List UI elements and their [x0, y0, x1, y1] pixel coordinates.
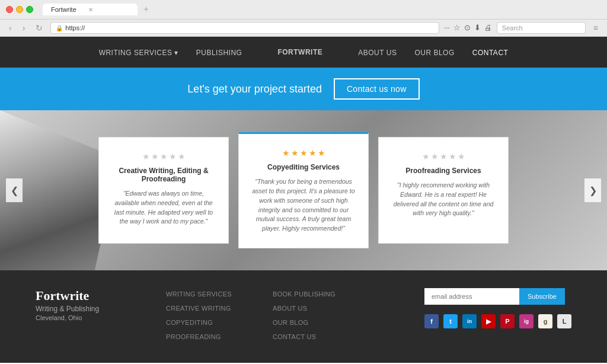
browser-titlebar: Fortwrite ✕ +	[0, 0, 607, 20]
linkedin-icon[interactable]: in	[462, 314, 477, 328]
star-1: ★	[422, 152, 430, 162]
footer-col-2: BOOK PUBLISHING ABOUT US OUR BLOG CONTAC…	[273, 288, 344, 345]
footer-subscribe: Subscribe f t in ▶ P ig g L	[424, 288, 571, 328]
star-5: ★	[458, 152, 465, 162]
site-footer: Fortwrite Writing & Publishing Cleveland…	[0, 270, 607, 363]
search-box[interactable]: Search	[497, 22, 586, 34]
facebook-icon[interactable]: f	[424, 314, 439, 328]
website: WRITING SERVICES ▾ PUBLISHING Fortwrite …	[0, 37, 607, 364]
star-1: ★	[142, 152, 150, 162]
review-stars: ★ ★ ★ ★ ★	[422, 152, 465, 162]
star-2: ★	[151, 152, 159, 162]
contact-us-now-button[interactable]: Contact us now	[334, 78, 420, 100]
hero-section: ❮ ★ ★ ★ ★ ★ Creative Writing, Editing & …	[0, 110, 607, 270]
star-4: ★	[309, 148, 317, 158]
review-stars: ★ ★ ★ ★ ★	[282, 148, 325, 158]
refresh-button[interactable]: ↻	[33, 22, 46, 34]
review-text: "Thank you for being a tremendous asset …	[251, 177, 356, 234]
forward-button[interactable]: ›	[20, 22, 28, 34]
lock-icon: 🔒	[56, 25, 63, 31]
review-stars: ★ ★ ★ ★ ★	[142, 152, 186, 162]
star-3: ★	[440, 152, 448, 162]
close-button[interactable]	[6, 6, 13, 13]
footer-link-our-blog[interactable]: OUR BLOG	[273, 319, 308, 326]
tab-title: Fortwrite	[51, 6, 76, 13]
traffic-lights	[6, 6, 33, 13]
twitter-icon[interactable]: t	[443, 314, 458, 328]
download-icon[interactable]: ⬇	[474, 23, 481, 33]
address-bar[interactable]: 🔒 https://	[50, 22, 439, 34]
review-card: ★ ★ ★ ★ ★ Proofreading Services "I highl…	[378, 137, 509, 244]
dropdown-arrow-icon: ▾	[172, 49, 178, 57]
star-1: ★	[282, 148, 290, 158]
footer-link-writing-services[interactable]: WRITING SERVICES	[166, 290, 232, 298]
star-4: ★	[449, 152, 456, 162]
social-icons: f t in ▶ P ig g L	[424, 314, 571, 328]
librarything-icon[interactable]: L	[557, 314, 571, 328]
subscribe-form: Subscribe	[424, 288, 571, 305]
footer-brand: Fortwrite Writing & Publishing Cleveland…	[36, 288, 130, 321]
browser-chrome: Fortwrite ✕ + ‹ › ↻ 🔒 https:// ··· ☆ ⊙ ⬇…	[0, 0, 607, 37]
site-logo[interactable]: Fortwrite	[277, 48, 322, 56]
star-3: ★	[300, 148, 308, 158]
youtube-icon[interactable]: ▶	[481, 314, 496, 328]
footer-link-contact-us[interactable]: CONTACT US	[273, 333, 317, 340]
review-text: "Edward was always on time, available wh…	[111, 189, 216, 226]
print-icon[interactable]: 🖨	[484, 23, 492, 33]
star-3: ★	[160, 152, 168, 162]
review-title: Creative Writing, Editing & Proofreading	[111, 167, 216, 183]
email-input[interactable]	[424, 288, 519, 305]
review-title: Proofreading Services	[405, 167, 481, 175]
instagram-icon[interactable]: ig	[519, 314, 533, 328]
footer-links-1: WRITING SERVICES CREATIVE WRITING COPYED…	[166, 288, 237, 341]
star-5: ★	[318, 148, 325, 158]
url-text: https://	[65, 24, 85, 31]
review-title: Copyediting Services	[267, 163, 340, 171]
footer-link-book-publishing[interactable]: BOOK PUBLISHING	[273, 290, 336, 298]
star-4: ★	[169, 152, 177, 162]
goodreads-icon[interactable]: g	[538, 314, 552, 328]
footer-location: Cleveland, Ohio	[36, 314, 130, 321]
nav-our-blog[interactable]: OUR BLOG	[414, 49, 454, 57]
star-5: ★	[178, 152, 186, 162]
new-tab-button[interactable]: +	[143, 4, 149, 15]
nav-writing-services[interactable]: WRITING SERVICES ▾	[99, 49, 178, 57]
nav-about-us[interactable]: ABOUT US	[358, 49, 397, 57]
tab-close-icon[interactable]: ✕	[88, 7, 93, 13]
footer-col-1: WRITING SERVICES CREATIVE WRITING COPYED…	[166, 288, 237, 345]
reader-icon[interactable]: ⊙	[464, 23, 471, 33]
menu-button[interactable]: ≡	[590, 22, 601, 34]
carousel-next-button[interactable]: ❯	[584, 178, 601, 202]
footer-logo: Fortwrite	[36, 288, 130, 304]
star-2: ★	[291, 148, 299, 158]
banner-text: Let's get your project started	[187, 83, 322, 95]
back-button[interactable]: ‹	[6, 22, 15, 34]
minimize-button[interactable]	[16, 6, 23, 13]
subscribe-button[interactable]: Subscribe	[519, 288, 565, 305]
browser-tab[interactable]: Fortwrite ✕	[43, 4, 138, 15]
extensions-icon: ···	[444, 23, 450, 33]
reviews-container: ★ ★ ★ ★ ★ Creative Writing, Editing & Pr…	[63, 132, 544, 248]
nav-publishing[interactable]: PUBLISHING	[196, 49, 242, 57]
review-card-featured: ★ ★ ★ ★ ★ Copyediting Services "Thank yo…	[238, 132, 369, 248]
footer-link-about-us[interactable]: ABOUT US	[273, 305, 307, 312]
footer-tagline: Writing & Publishing	[36, 305, 130, 313]
star-2: ★	[431, 152, 439, 162]
footer-link-copyediting[interactable]: COPYEDITING	[166, 319, 213, 326]
carousel-prev-button[interactable]: ❮	[6, 178, 23, 202]
review-text: "I highly recommend working with Edward.…	[391, 181, 496, 218]
nav-contact[interactable]: CONTACT	[472, 49, 509, 57]
site-nav: WRITING SERVICES ▾ PUBLISHING Fortwrite …	[0, 37, 607, 68]
footer-link-creative-writing[interactable]: CREATIVE WRITING	[166, 305, 231, 312]
footer-link-proofreading[interactable]: PROOFREADING	[166, 333, 221, 340]
toolbar-icons: ··· ☆ ⊙ ⬇ 🖨	[444, 23, 492, 33]
bookmark-icon[interactable]: ☆	[453, 23, 461, 33]
footer-links-2: BOOK PUBLISHING ABOUT US OUR BLOG CONTAC…	[273, 288, 344, 341]
pinterest-icon[interactable]: P	[500, 314, 515, 328]
fullscreen-button[interactable]	[26, 6, 33, 13]
nav-links: WRITING SERVICES ▾ PUBLISHING Fortwrite …	[99, 47, 509, 58]
review-card: ★ ★ ★ ★ ★ Creative Writing, Editing & Pr…	[98, 137, 229, 244]
browser-addressbar: ‹ › ↻ 🔒 https:// ··· ☆ ⊙ ⬇ 🖨 Search ≡	[0, 20, 607, 36]
blue-banner: Let's get your project started Contact u…	[0, 68, 607, 110]
